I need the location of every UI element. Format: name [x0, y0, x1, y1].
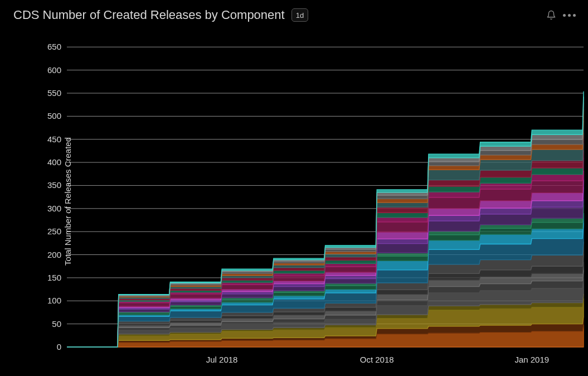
svg-text:600: 600 [47, 65, 61, 75]
svg-text:650: 650 [47, 42, 61, 51]
svg-text:300: 300 [47, 204, 61, 213]
svg-text:Oct 2018: Oct 2018 [360, 355, 394, 364]
svg-text:550: 550 [47, 88, 61, 98]
svg-text:100: 100 [47, 296, 61, 305]
svg-text:Jan 2019: Jan 2019 [514, 355, 549, 364]
svg-text:50: 50 [52, 319, 61, 329]
svg-text:450: 450 [47, 134, 61, 144]
more-icon[interactable] [560, 6, 578, 24]
chart-panel: CDS Number of Created Releases by Compon… [0, 0, 588, 376]
panel-title: CDS Number of Created Releases by Compon… [13, 8, 285, 22]
bell-icon[interactable] [542, 6, 560, 24]
svg-text:150: 150 [47, 273, 61, 282]
svg-text:200: 200 [47, 250, 61, 259]
svg-text:250: 250 [47, 226, 61, 236]
svg-text:Jul 2018: Jul 2018 [206, 355, 238, 364]
chart-area: Total Number of Releases Created 0501001… [0, 27, 588, 376]
panel-header: CDS Number of Created Releases by Compon… [0, 0, 588, 27]
svg-text:400: 400 [47, 157, 61, 167]
chart-svg: 050100150200250300350400450500550600650J… [0, 27, 588, 376]
interval-badge[interactable]: 1d [291, 8, 308, 22]
svg-text:350: 350 [47, 180, 61, 190]
y-axis-label: Total Number of Releases Created [63, 137, 72, 266]
svg-text:500: 500 [47, 111, 61, 120]
svg-text:0: 0 [57, 342, 61, 351]
